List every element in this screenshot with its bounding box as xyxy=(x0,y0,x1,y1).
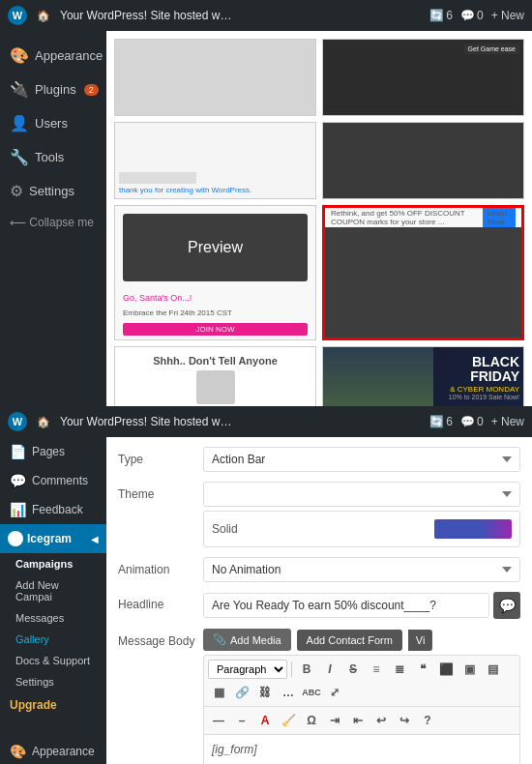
site-name-top[interactable]: Your WordPress! Site hosted with CloudAc… xyxy=(60,9,234,22)
new-button-bottom[interactable]: + New xyxy=(491,415,524,428)
plugins-label-top: Plugins xyxy=(35,82,76,97)
form-area: Type Action Bar Theme xyxy=(106,437,532,764)
tools-label-top: Tools xyxy=(35,150,64,164)
align-left-button[interactable]: ⬛ xyxy=(435,659,457,680)
animation-label: Animation xyxy=(118,557,195,576)
abc-button[interactable]: ABC xyxy=(301,682,322,703)
sidebar-bottom-lower: 🎨 Appearance 🔌 Plugins 2 xyxy=(0,737,106,764)
preview-small-text: Go, Santa's On...! xyxy=(115,289,315,307)
bottom-layout: 📄 Pages 💬 Comments 📊 Feedback Icegram ◀ xyxy=(0,437,532,764)
bold-button[interactable]: B xyxy=(296,659,317,680)
gallery-item-3[interactable]: thank you for creating with WordPress. xyxy=(114,122,316,199)
redo-button[interactable]: ↪ xyxy=(394,710,415,731)
form-row-type: Type Action Bar xyxy=(118,447,520,472)
sidebar-sub-addnew[interactable]: Add New Campai xyxy=(0,574,106,607)
wp-logo-top: W xyxy=(8,6,27,25)
comments-count-top[interactable]: 💬 0 xyxy=(460,9,484,22)
align-center-button[interactable]: ▣ xyxy=(458,659,480,680)
ol-button[interactable]: ≣ xyxy=(389,659,410,680)
gallery-shhh-item[interactable]: Shhh.. Don't Tell Anyone xyxy=(114,346,316,406)
sidebar-sub-gallery[interactable]: Gallery xyxy=(0,629,106,650)
link-button[interactable]: 🔗 xyxy=(231,682,252,703)
new-button-top[interactable]: + New xyxy=(491,9,524,22)
italic-button[interactable]: I xyxy=(319,659,340,680)
updates-count-bottom[interactable]: 🔄 6 xyxy=(429,415,453,428)
editor-content[interactable]: [ig_form] xyxy=(203,735,520,764)
bf-text: BLACKFRIDAY & CYBER MONDAY 10% to 2019 S… xyxy=(449,355,519,400)
dash-button[interactable]: — xyxy=(208,710,229,731)
bf-cyber-text: & CYBER MONDAY xyxy=(449,385,519,394)
animation-select[interactable]: No Animation xyxy=(203,557,520,582)
blockquote-button[interactable]: ❝ xyxy=(412,659,433,680)
form-row-message-body: Message Body 📎 Add Media Add Contact For… xyxy=(118,629,520,764)
color-button[interactable]: A xyxy=(254,710,276,731)
gallery-highlighted-item[interactable]: Rethink, and get 50% OFF DISCOUNT COUPON… xyxy=(322,205,524,340)
preview-join-btn[interactable]: JOIN NOW xyxy=(123,323,308,336)
sidebar-item-feedback[interactable]: 📊 Feedback xyxy=(0,495,106,524)
headline-control: 💬 xyxy=(203,592,520,619)
sidebar-item-pages[interactable]: 📄 Pages xyxy=(0,437,106,466)
outdent-button[interactable]: ⇤ xyxy=(347,710,369,731)
updates-count-top[interactable]: 🔄 6 xyxy=(429,9,453,22)
pages-icon: 📄 xyxy=(10,444,26,459)
bf-main-text: BLACKFRIDAY xyxy=(449,355,519,385)
sidebar-item-users-top[interactable]: 👤 Users xyxy=(0,106,106,140)
add-contact-button[interactable]: Add Contact Form xyxy=(297,630,402,651)
ul-button[interactable]: ≡ xyxy=(366,659,387,680)
more-button[interactable]: … xyxy=(278,682,299,703)
strikethrough-button[interactable]: S xyxy=(342,659,364,680)
comments-count-bottom[interactable]: 💬 0 xyxy=(460,415,484,428)
format-select[interactable]: Paragraph xyxy=(208,660,287,679)
sidebar-icegram-item[interactable]: Icegram ◀ xyxy=(0,524,106,553)
gallery-blackfriday-item[interactable]: BLACKFRIDAY & CYBER MONDAY 10% to 2019 S… xyxy=(322,346,524,406)
preview-label: Preview xyxy=(188,239,243,256)
comments-label: Comments xyxy=(32,474,88,487)
bf-date-text: 10% to 2019 Sale Now! xyxy=(449,394,519,400)
theme-select[interactable] xyxy=(203,482,520,507)
gallery-item-2[interactable]: Get Game ease xyxy=(322,39,524,116)
media-buttons: 📎 Add Media Add Contact Form Vi xyxy=(203,629,520,651)
editor-toolbar-row1: Paragraph B I S ≡ ≣ ❝ ⬛ ▣ ▤ ▦ xyxy=(203,655,520,707)
sidebar-item-settings-top[interactable]: ⚙ Settings xyxy=(0,174,106,208)
gallery-preview-item[interactable]: Preview Go, Santa's On...! Embrace the F… xyxy=(114,205,316,340)
sidebar-sub-settings[interactable]: Settings xyxy=(0,671,106,692)
unlink-button[interactable]: ⛓ xyxy=(254,682,276,703)
plugins-badge-top: 2 xyxy=(84,84,99,96)
sidebar-sub-docs[interactable]: Docs & Support xyxy=(0,650,106,671)
gallery-item-4[interactable] xyxy=(322,122,524,199)
gallery-item-1[interactable] xyxy=(114,39,316,116)
fullscreen-button[interactable]: ⤢ xyxy=(324,682,345,703)
undo-button[interactable]: ↩ xyxy=(370,710,392,731)
sms-icon[interactable]: 💬 xyxy=(493,592,520,619)
form-row-theme: Theme Solid xyxy=(118,482,520,547)
add-media-button[interactable]: 📎 Add Media xyxy=(203,629,291,651)
visual-button[interactable]: Vi xyxy=(408,630,433,651)
align-right-button[interactable]: ▤ xyxy=(482,659,503,680)
type-select[interactable]: Action Bar xyxy=(203,447,520,472)
sidebar-item-plugins-top[interactable]: 🔌 Plugins 2 xyxy=(0,73,106,106)
settings-label-top: Settings xyxy=(29,184,74,198)
hi-learn-btn[interactable]: Learn More xyxy=(483,207,516,228)
omega-button[interactable]: Ω xyxy=(301,710,322,731)
sidebar-item-appearance-top[interactable]: 🎨 Appearance xyxy=(0,39,106,73)
eraser-button[interactable]: 🧹 xyxy=(278,710,299,731)
minus-button[interactable]: – xyxy=(231,710,252,731)
sidebar-item-tools-top[interactable]: 🔧 Tools xyxy=(0,140,106,174)
sidebar-sub-messages[interactable]: Messages xyxy=(0,607,106,629)
headline-input[interactable] xyxy=(203,593,489,618)
help-button[interactable]: ? xyxy=(417,710,438,731)
hi-content xyxy=(325,227,521,338)
hi-top-bar: Rethink, and get 50% OFF DISCOUNT COUPON… xyxy=(325,208,521,227)
thank-you-text: thank you for creating with WordPress. xyxy=(119,172,251,194)
top-layout: 🎨 Appearance 🔌 Plugins 2 👤 Users 🔧 Tools… xyxy=(0,0,532,406)
align-justify-button[interactable]: ▦ xyxy=(208,682,229,703)
sidebar-sub-campaigns[interactable]: Campaigns xyxy=(0,553,106,574)
sidebar-item-comments[interactable]: 💬 Comments xyxy=(0,466,106,495)
sidebar-item-appearance-bottom[interactable]: 🎨 Appearance xyxy=(0,737,106,764)
indent-button[interactable]: ⇥ xyxy=(324,710,345,731)
site-name-bottom[interactable]: Your WordPress! Site hosted with CloudAc… xyxy=(60,415,234,428)
sidebar-collapse-top[interactable]: ⟵ Collapse me xyxy=(0,208,106,237)
sidebar-upgrade[interactable]: Upgrade xyxy=(0,692,106,718)
theme-color-bar xyxy=(434,519,512,539)
icegram-arrow: ◀ xyxy=(91,534,99,544)
